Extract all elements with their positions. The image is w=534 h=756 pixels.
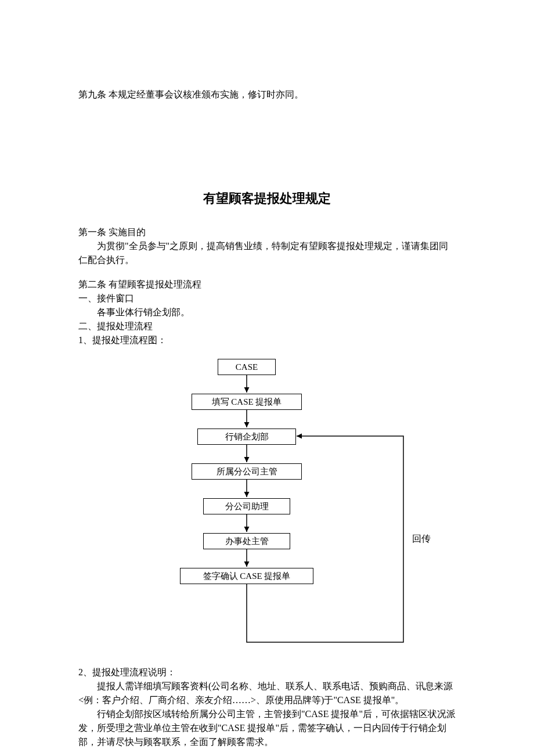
article-one-heading: 第一条 实施目的 [78,225,456,239]
document-page: 第九条 本规定经董事会议核准颁布实施，修订时亦同。 有望顾客提报处理规定 第一条… [0,0,534,756]
article-one-body: 为贯彻"全员参与"之原则，提高销售业绩，特制定有望顾客提报处理规定，谨请集团同仁… [78,239,456,267]
page-title: 有望顾客提报处理规定 [78,189,456,208]
article-two-sub-two: 二、提报处理流程 [78,319,456,333]
article-two-item-two: 2、提报处理流程说明： [78,665,456,679]
flow-node-marketing-dept: 行销企划部 [197,429,296,445]
flow-node-fill-form: 填写 CASE 提报单 [192,394,302,410]
article-nine-note: 第九条 本规定经董事会议核准颁布实施，修订时亦同。 [78,88,456,102]
article-two-heading: 第二条 有望顾客提报处理流程 [78,278,456,291]
flow-node-office-manager: 办事处主管 [203,533,290,549]
article-two-sub-one: 一、接件窗口 [78,291,456,305]
flow-node-case: CASE [218,359,276,375]
flow-feedback-label: 回传 [412,532,431,546]
flow-node-branch-manager: 所属分公司主管 [192,463,302,480]
flow-explain-p2: 行销企划部按区域转给所属分公司主管，主管接到"CASE 提报单"后，可依据辖区状… [78,707,456,749]
article-two-sub-one-body: 各事业体行销企划部。 [78,305,456,319]
flow-node-branch-assistant: 分公司助理 [203,498,290,514]
flow-node-sign-confirm: 签字确认 CASE 提报单 [180,568,313,584]
flowchart: CASE 填写 CASE 提报单 行销企划部 所属分公司主管 分公司助理 办事处… [78,352,456,665]
article-two-item-one: 1、提报处理流程图： [78,333,456,347]
flow-explain-p1: 提报人需详细填写顾客资料(公司名称、地址、联系人、联系电话、预购商品、讯息来源<… [78,679,456,707]
